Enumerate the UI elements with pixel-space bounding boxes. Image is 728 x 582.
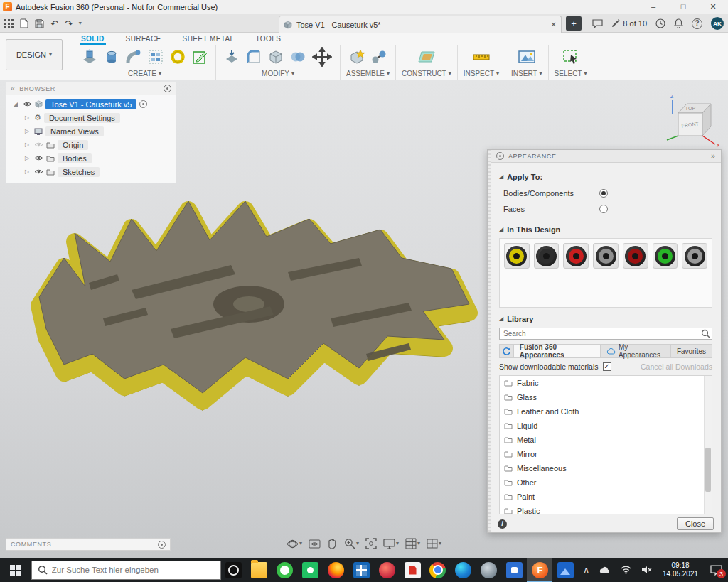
visibility-eye-icon[interactable] [34, 168, 43, 175]
taskbar-app-pdf[interactable] [400, 558, 425, 582]
section-apply-to[interactable]: ◢ Apply To: [499, 173, 712, 181]
tree-item-document-settings[interactable]: ▷ ⚙ Document Settings [6, 111, 176, 124]
grid-settings-icon[interactable]: ▾ [403, 537, 422, 550]
show-downloadable-checkbox[interactable]: ✓ [603, 362, 611, 371]
new-tab-button[interactable]: + [566, 16, 582, 31]
move-icon[interactable] [310, 46, 334, 68]
taskbar-app-file-explorer[interactable] [247, 558, 272, 582]
redo-dropdown-icon[interactable]: ▾ [79, 21, 82, 26]
category-liquid[interactable]: Liquid [500, 419, 712, 433]
tab-tools[interactable]: TOOLS [255, 33, 283, 45]
appearance-swatch[interactable] [504, 243, 530, 269]
tree-item-named-views[interactable]: ▷ Named Views [6, 124, 176, 138]
save-icon[interactable] [35, 19, 44, 28]
display-settings-icon[interactable]: ▾ [381, 538, 401, 550]
action-center-button[interactable]: 3 [704, 558, 728, 582]
category-miscellaneous[interactable]: Miscellaneous [500, 461, 712, 475]
tree-item-bodies[interactable]: ▷ Bodies [6, 151, 176, 165]
tree-root-label[interactable]: Tose V1 - Causeturk v5 [46, 99, 136, 109]
create-sketch-icon[interactable] [190, 46, 210, 68]
press-pull-icon[interactable] [222, 46, 242, 68]
viewport-3d[interactable]: TOP FRONT X Z « BROWSER ◢ Tose V1 - Caus… [0, 80, 728, 558]
pan-icon[interactable] [325, 537, 340, 550]
tree-item-label[interactable]: Named Views [46, 126, 104, 136]
comment-icon[interactable] [592, 19, 603, 28]
category-leather-and-cloth[interactable]: Leather and Cloth [500, 404, 712, 419]
appearance-close-button[interactable]: Close [677, 517, 714, 530]
shell-icon[interactable] [266, 46, 286, 68]
tree-item-origin[interactable]: ▷ Origin [6, 138, 176, 151]
redo-icon[interactable]: ↷ [65, 19, 73, 28]
category-mirror[interactable]: Mirror [500, 447, 712, 461]
taskbar-app-globe[interactable] [476, 558, 502, 582]
document-tab[interactable]: Tose V1 - Causeturk v5* ✕ [279, 16, 562, 33]
expand-triangle-icon[interactable]: ▷ [25, 129, 31, 134]
appearance-swatch[interactable] [653, 243, 678, 269]
section-collapse-icon[interactable]: ◢ [499, 316, 503, 322]
category-other[interactable]: Other [500, 475, 712, 490]
apply-option-faces[interactable]: Faces [499, 201, 712, 217]
revolve-icon[interactable] [102, 46, 122, 68]
section-in-this-design[interactable]: ◢ In This Design [499, 225, 712, 234]
taskbar-app-fusion360[interactable]: F [527, 558, 552, 582]
appearance-swatch[interactable] [563, 243, 589, 269]
group-construct-label[interactable]: CONSTRUCT [402, 70, 446, 77]
library-search-input[interactable] [499, 328, 712, 340]
construction-plane-icon[interactable] [417, 46, 437, 68]
wifi-icon[interactable] [616, 566, 636, 574]
clock-icon[interactable] [655, 18, 665, 28]
appearance-swatch[interactable] [682, 243, 707, 269]
help-icon[interactable]: ? [692, 18, 702, 29]
appearance-swatch[interactable] [623, 243, 648, 269]
new-component-icon[interactable] [347, 46, 367, 68]
library-tab-fusion-appearances[interactable]: Fusion 360 Appearances [514, 345, 601, 357]
taskbar-app-recorder[interactable] [298, 558, 323, 582]
activate-component-radio[interactable] [139, 100, 147, 108]
design-workspace-button[interactable]: DESIGN ▾ [6, 39, 63, 70]
look-at-icon[interactable] [306, 539, 323, 549]
taskbar-app-calculator[interactable] [348, 558, 374, 582]
app-grid-icon[interactable] [4, 19, 14, 28]
browser-options-icon[interactable] [164, 85, 171, 92]
taskbar-app-photos[interactable] [552, 558, 578, 582]
expand-triangle-icon[interactable]: ▷ [25, 169, 31, 175]
insert-image-icon[interactable] [517, 46, 537, 68]
visibility-eye-icon[interactable] [34, 155, 43, 161]
category-plastic[interactable]: Plastic [500, 504, 712, 514]
category-paint[interactable]: Paint [500, 490, 712, 504]
collapse-panel-icon[interactable]: « [11, 85, 15, 92]
comments-options-icon[interactable] [158, 541, 166, 549]
taskbar-search[interactable] [31, 561, 221, 580]
fillet-icon[interactable] [244, 46, 264, 68]
taskbar-search-input[interactable] [52, 566, 215, 574]
joint-icon[interactable] [369, 46, 389, 68]
info-icon[interactable]: i [498, 519, 507, 529]
tree-item-label[interactable]: Bodies [58, 153, 92, 163]
visibility-eye-off-icon[interactable] [34, 141, 43, 148]
volume-muted-icon[interactable] [636, 566, 657, 574]
measure-icon[interactable] [471, 46, 491, 68]
tab-surface[interactable]: SURFACE [124, 33, 163, 45]
appearance-swatch[interactable] [593, 243, 619, 269]
start-button[interactable] [0, 558, 31, 582]
tab-solid[interactable]: SOLID [80, 33, 106, 45]
sweep-icon[interactable] [124, 46, 144, 68]
library-scrollbar[interactable] [704, 376, 712, 514]
maximize-button[interactable]: □ [668, 0, 698, 14]
onedrive-cloud-icon[interactable] [594, 566, 616, 574]
category-metal[interactable]: Metal [500, 433, 712, 447]
undo-icon[interactable]: ↶ [50, 19, 58, 28]
refresh-icon[interactable] [500, 345, 514, 357]
tree-item-label[interactable]: Sketches [58, 167, 100, 177]
category-glass[interactable]: Glass [500, 390, 712, 404]
radio-faces[interactable] [599, 205, 608, 213]
3d-model[interactable] [25, 190, 480, 436]
viewcube-top-label[interactable]: TOP [685, 106, 696, 111]
fit-icon[interactable] [363, 537, 379, 550]
document-tab-close-icon[interactable]: ✕ [551, 21, 557, 28]
coil-icon[interactable] [168, 46, 188, 68]
taskbar-app-firefox[interactable] [323, 558, 348, 582]
combine-icon[interactable] [288, 46, 308, 68]
extrude-icon[interactable] [80, 46, 100, 68]
tree-item-sketches[interactable]: ▷ Sketches [6, 165, 176, 178]
